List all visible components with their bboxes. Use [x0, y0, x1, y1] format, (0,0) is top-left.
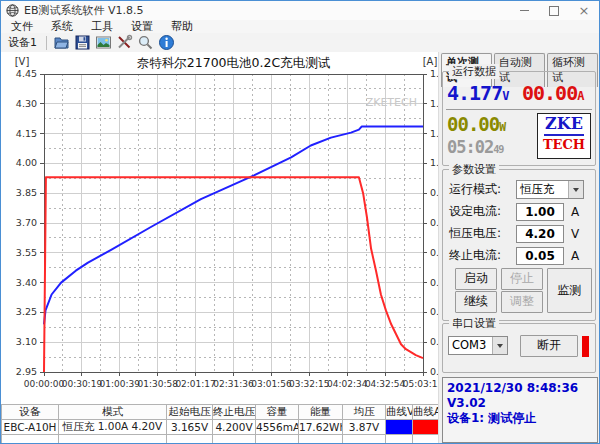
serial-row: COM3 断开 — [448, 336, 578, 355]
elapsed-time-display: 05:0249 — [447, 137, 503, 157]
end-current-label: 终止电流: — [449, 247, 516, 264]
charge-curve-chart: 4.454.304.154.003.853.703.553.403.253.10… — [1, 52, 438, 397]
chart-panel: 4.454.304.154.003.853.703.553.403.253.10… — [1, 52, 438, 443]
menu-tools[interactable]: 工具 — [91, 19, 113, 34]
status-line-datetime: 2021/12/30 8:48:36 V3.02 — [447, 381, 593, 411]
menu-help[interactable]: 帮助 — [171, 19, 193, 34]
chevron-down-icon[interactable] — [568, 181, 583, 198]
param-settings-title: 参数设置 — [449, 162, 499, 177]
result-table: 设备 模式 起始电压 终止电压 容量 能量 均压 曲线V 曲线A EBC-A10… — [1, 404, 439, 444]
set-current-input[interactable]: 1.00 — [516, 203, 564, 221]
svg-text:0.60: 0.60 — [430, 247, 438, 258]
status-line-device: 设备1: 测试停止 — [447, 411, 593, 426]
run-mode-value: 恒压充 — [517, 181, 568, 198]
svg-text:3.25: 3.25 — [16, 306, 37, 317]
cell-end-voltage: 4.200V — [213, 420, 256, 435]
svg-text:3.10: 3.10 — [16, 336, 37, 347]
set-current-row: 设定电流: 1.00 A — [449, 202, 579, 221]
start-button[interactable]: 启动 — [455, 268, 497, 290]
stop-button[interactable]: 停止 — [501, 268, 543, 290]
svg-text:[A]: [A] — [423, 56, 438, 67]
svg-text:4.45: 4.45 — [16, 68, 37, 79]
svg-text:0.15: 0.15 — [430, 336, 438, 347]
run-data-group: 运行数据 4.177V 00.00A 00.00W 05:0249 ZKE TE… — [442, 71, 596, 166]
disconnect-button[interactable]: 断开 — [520, 335, 578, 357]
magnifier-icon[interactable] — [137, 34, 154, 51]
app-window: EB测试系统软件 V1.8.5 × 文件 系统 工具 设置 帮助 设备1 — [0, 0, 600, 444]
svg-text:01:30:58: 01:30:58 — [137, 379, 178, 389]
cv-voltage-unit: V — [571, 227, 579, 241]
svg-text:00:30:19: 00:30:19 — [62, 379, 103, 389]
adjust-button[interactable]: 调整 — [501, 291, 543, 313]
cv-voltage-input[interactable]: 4.20 — [516, 225, 564, 243]
voltage-display: 4.177V — [447, 81, 508, 105]
svg-text:奈特科尔21700电池0.2C充电测试: 奈特科尔21700电池0.2C充电测试 — [137, 55, 331, 70]
maximize-button[interactable] — [539, 1, 569, 20]
table-header-row: 设备 模式 起始电压 终止电压 容量 能量 均压 曲线V 曲线A — [2, 405, 439, 420]
col-mode: 模式 — [59, 405, 167, 420]
svg-text:05:03:13: 05:03:13 — [403, 379, 438, 389]
run-mode-select[interactable]: 恒压充 — [516, 180, 584, 199]
monitor-button[interactable]: 监测 — [547, 268, 592, 313]
control-panel: 单次测试 自动测试 循环测试 运行数据 4.177V 00.00A 00.00W… — [438, 52, 600, 443]
save-icon[interactable] — [74, 34, 91, 51]
chevron-down-icon[interactable] — [492, 337, 507, 354]
power-display: 00.00W — [447, 113, 505, 135]
window-title: EB测试系统软件 V1.8.5 — [24, 3, 144, 18]
app-globe-icon — [6, 4, 19, 17]
svg-text:03:01:56: 03:01:56 — [251, 379, 292, 389]
svg-text:0.90: 0.90 — [430, 187, 438, 198]
open-folder-icon[interactable] — [53, 34, 70, 51]
svg-text:4.00: 4.00 — [16, 157, 37, 168]
end-current-input[interactable]: 0.05 — [516, 247, 564, 265]
zketech-logo: ZKE TECH — [537, 113, 591, 159]
run-data-title: 运行数据 — [449, 64, 499, 79]
col-curve-a: 曲线A — [413, 405, 439, 420]
menu-settings[interactable]: 设置 — [131, 19, 153, 34]
col-device: 设备 — [2, 405, 59, 420]
svg-text:3.85: 3.85 — [16, 187, 37, 198]
minimize-button[interactable] — [509, 1, 539, 20]
svg-text:1.50: 1.50 — [430, 68, 438, 79]
svg-text:2.95: 2.95 — [16, 366, 37, 377]
close-button[interactable]: × — [569, 1, 599, 20]
svg-text:01:00:39: 01:00:39 — [100, 379, 141, 389]
svg-text:3.70: 3.70 — [16, 217, 37, 228]
tools-icon[interactable] — [116, 34, 133, 51]
svg-text:02:01:17: 02:01:17 — [175, 379, 215, 389]
serial-group: 串口设置 COM3 断开 — [442, 323, 596, 373]
continue-button[interactable]: 继续 — [455, 291, 497, 313]
com-port-select[interactable]: COM3 — [448, 336, 508, 355]
close-icon: × — [579, 4, 590, 17]
menu-system[interactable]: 系统 — [51, 19, 73, 34]
end-current-unit: A — [571, 249, 579, 263]
status-box: 2021/12/30 8:48:36 V3.02 设备1: 测试停止 — [442, 377, 598, 443]
titlebar: EB测试系统软件 V1.8.5 × — [1, 1, 599, 20]
svg-text:4.15: 4.15 — [16, 128, 37, 139]
svg-text:ZKETECH: ZKETECH — [366, 96, 417, 109]
toolbar: 设备1 — [1, 33, 599, 52]
svg-text:04:02:34: 04:02:34 — [327, 379, 368, 389]
com-port-value: COM3 — [449, 337, 492, 354]
table-empty-row — [2, 435, 439, 444]
cell-capacity: 4556mAh — [256, 420, 299, 435]
col-start-voltage: 起始电压 — [167, 405, 213, 420]
svg-text:0.30: 0.30 — [430, 306, 438, 317]
svg-text:[V]: [V] — [15, 56, 30, 67]
col-end-voltage: 终止电压 — [213, 405, 256, 420]
svg-text:0.00: 0.00 — [430, 366, 438, 377]
svg-text:03:32:15: 03:32:15 — [289, 379, 329, 389]
run-mode-label: 运行模式: — [449, 181, 516, 198]
table-row[interactable]: EBC-A10H 恒压充 1.00A 4.20V 3.165V 4.200V 4… — [2, 420, 439, 435]
image-icon[interactable] — [95, 34, 112, 51]
set-current-label: 设定电流: — [449, 203, 516, 220]
svg-text:3.55: 3.55 — [16, 247, 37, 258]
set-current-unit: A — [571, 205, 579, 219]
device-tab[interactable]: 设备1 — [5, 35, 40, 50]
menubar: 文件 系统 工具 设置 帮助 — [1, 20, 599, 33]
cv-voltage-label: 恒压电压: — [449, 225, 516, 242]
menu-file[interactable]: 文件 — [11, 19, 33, 34]
cell-avg-voltage: 3.87V — [343, 420, 386, 435]
svg-text:1.05: 1.05 — [430, 157, 438, 168]
info-icon[interactable] — [158, 34, 175, 51]
